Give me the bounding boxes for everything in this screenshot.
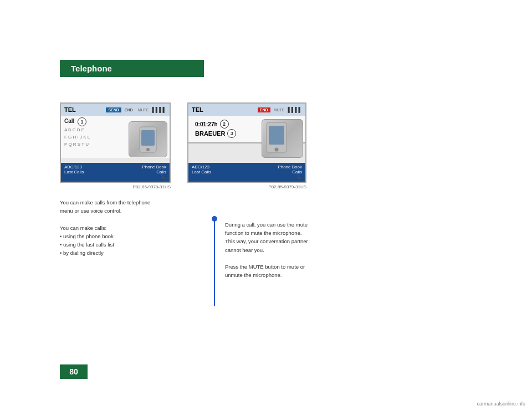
screen2-menu-left: ABC/123 Last Calls	[192, 165, 246, 180]
watermark: carmanualsonline.info	[477, 401, 525, 407]
phone-screen-1: TEL SEND END MUTE ▌▌▌▌ Call 1 A B C D E …	[60, 102, 171, 183]
screen1-menu-phonebook: Phone Book	[142, 165, 166, 169]
screen2-call-info: 0:01:27h 2 BRAEUER 3	[188, 116, 305, 142]
screen1-mute-btn[interactable]: MUTE	[136, 107, 151, 112]
body-text-left-content: You can make calls from the telephone me…	[60, 198, 204, 257]
svg-rect-1	[141, 130, 155, 146]
svg-point-2	[146, 148, 150, 151]
screen1-badge-1: 1	[78, 117, 86, 126]
screens-area: TEL SEND END MUTE ▌▌▌▌ Call 1 A B C D E …	[60, 102, 306, 189]
screen1-wrapper: TEL SEND END MUTE ▌▌▌▌ Call 1 A B C D E …	[60, 102, 171, 189]
screen1-signal: ▌▌▌▌	[152, 107, 166, 112]
vertical-line	[214, 220, 215, 306]
screen1-end-btn[interactable]: END	[123, 107, 135, 112]
telephone-badge: Telephone	[60, 60, 204, 77]
screen2-wrapper: TEL END MUTE ▌▌▌▌ 0:01:27h 2 BRAEUER 3	[187, 102, 306, 189]
screen2-mute-btn[interactable]: MUTE	[272, 107, 287, 112]
screen1-tel-label: TEL	[64, 106, 76, 113]
screen1-phone-image	[129, 121, 167, 157]
screen1-menu-icon: 📞	[161, 174, 166, 179]
screen2-badge-3: 3	[227, 129, 236, 138]
screen2-call-time: 0:01:27h	[195, 121, 218, 127]
screen2-caller-name: BRAEUER	[195, 130, 225, 137]
screen2-menu-icon: 📞	[296, 174, 302, 179]
screen2-menu-right: Phone Book Calls 📞	[248, 165, 303, 180]
body-text-right-content: During a call, you can use the mute func…	[225, 220, 408, 279]
screen2-signal: ▌▌▌▌	[288, 107, 302, 112]
phone-screen-2: TEL END MUTE ▌▌▌▌ 0:01:27h 2 BRAEUER 3	[187, 102, 306, 183]
screen1-call-label: Call	[64, 118, 74, 124]
svg-point-5	[275, 148, 279, 152]
screen2-tel-label: TEL	[192, 106, 203, 113]
screen1-topbar: TEL SEND END MUTE ▌▌▌▌	[61, 104, 170, 116]
screen1-content: Call 1 A B C D E F G H I J K L P Q R S T…	[61, 116, 170, 158]
screen2-menu: ABC/123 Last Calls Phone Book Calls 📞	[188, 163, 305, 182]
screen1-menu: ABC/123 Last Calls Phone Book Calls 📞	[61, 163, 170, 182]
screen1-menu-lastcalls: Last Calls	[64, 169, 114, 174]
screen1-keyboard: A B C D E F G H I J K L P Q R S T U	[64, 127, 90, 148]
screen2-caption: P82.85-9379-31US	[269, 184, 307, 189]
body-text-left: You can make calls from the telephone me…	[60, 198, 204, 257]
screen1-menu-calls: Calls	[156, 169, 166, 174]
keyboard-row3: P Q R S T U	[64, 141, 90, 148]
screen2-menu-calls: Calls	[292, 169, 302, 174]
page-number-badge: 80	[60, 364, 88, 379]
screen2-phone-image	[262, 119, 303, 158]
screen1-buttons: SEND END MUTE ▌▌▌▌	[106, 107, 166, 112]
screen2-badge-2: 2	[220, 120, 229, 129]
screen2-end-btn[interactable]: END	[258, 107, 270, 112]
keyboard-row1: A B C D E	[64, 127, 90, 134]
screen1-caption: P82.85-9378-31US	[133, 184, 171, 189]
screen1-send-btn[interactable]: SEND	[106, 107, 121, 112]
body-text-right: During a call, you can use the mute func…	[225, 220, 408, 279]
screen2-menu-phonebook: Phone Book	[278, 165, 302, 169]
keyboard-row2: F G H I J K L	[64, 134, 90, 141]
screen1-menu-left: ABC/123 Last Calls	[64, 165, 114, 180]
screen1-menu-abc: ABC/123	[64, 165, 114, 169]
svg-rect-4	[269, 126, 284, 145]
screen2-buttons: END MUTE ▌▌▌▌	[258, 107, 302, 112]
screen2-topbar: TEL END MUTE ▌▌▌▌	[188, 104, 305, 116]
screen2-menu-abc: ABC/123	[192, 165, 246, 169]
screen2-menu-lastcalls: Last Calls	[192, 169, 246, 174]
screen1-menu-right: Phone Book Calls 📞	[116, 165, 166, 180]
